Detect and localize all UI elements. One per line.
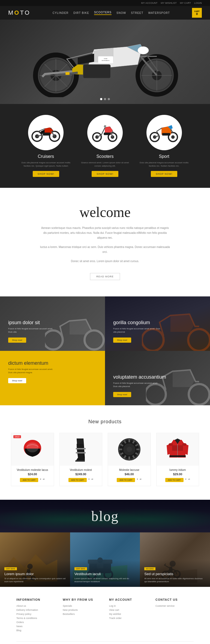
footer-link-specials[interactable]: Specials bbox=[63, 605, 101, 607]
category-sport-desc: Duis ulla placerat magna accumsan acusse… bbox=[140, 161, 189, 168]
footer-link-about[interactable]: About us bbox=[16, 605, 55, 607]
wishlist-4[interactable]: ♥ bbox=[185, 478, 187, 482]
footer-link-newproducts[interactable]: New products bbox=[63, 609, 101, 611]
promo-title-1: ipsum dolor sit bbox=[8, 320, 57, 326]
nav-item-cylinder[interactable]: CYLINDER bbox=[53, 11, 69, 14]
main-nav: CYLINDER DIRT BIKE SCOOTERS SNOW STREET … bbox=[53, 11, 170, 15]
hero-dot-2[interactable] bbox=[104, 98, 106, 100]
promo-btn-1[interactable]: Shop now! bbox=[8, 338, 26, 343]
nav-item-snow[interactable]: SNOW bbox=[116, 11, 126, 14]
product-img-3 bbox=[108, 433, 151, 466]
wishlist-3[interactable]: ♥ bbox=[137, 478, 138, 482]
product-actions-2: ADD TO CART ♥ ⇄ bbox=[60, 478, 102, 482]
promo-item-1: ipsum dolor sit Fusce et felis feugiat a… bbox=[0, 296, 105, 351]
category-scooters-image bbox=[87, 115, 123, 150]
product-card-1: SALE Vestibulum molestie lacus $24.00 AD… bbox=[11, 433, 54, 486]
welcome-body1: Aenean scelerisque risus mauris. Phasell… bbox=[40, 226, 170, 240]
category-scooters-desc: Graeco elemod amet. Lorem ipsum dolor si… bbox=[80, 161, 130, 168]
svg-rect-57 bbox=[136, 449, 140, 450]
promo-content-1: ipsum dolor sit Fusce et felis feugiat a… bbox=[8, 320, 57, 343]
logo[interactable]: MOTO bbox=[8, 9, 31, 16]
blog-post-title-2: Vestibulum iaculi bbox=[74, 572, 136, 576]
add-to-cart-2[interactable]: ADD TO CART bbox=[68, 478, 87, 482]
new-products-title: New products bbox=[11, 419, 199, 425]
svg-text:INSTRUMENTS: INSTRUMENTS bbox=[102, 60, 110, 61]
footer-link-viewcart[interactable]: View cart bbox=[109, 609, 147, 611]
topbar-link-login[interactable]: LOGIN bbox=[194, 2, 202, 4]
promo-btn-2[interactable]: Shop now! bbox=[113, 338, 131, 343]
footer-col-information: Information About us Delivery informatio… bbox=[16, 598, 55, 633]
product-badge-1: SALE bbox=[13, 435, 21, 438]
nav-item-street[interactable]: STREET bbox=[131, 11, 143, 14]
read-more-button[interactable]: Read More bbox=[90, 273, 120, 280]
footer-link-orders[interactable]: Orders bbox=[16, 621, 55, 624]
footer-link-trackorder[interactable]: Track order bbox=[109, 617, 147, 620]
category-cruisers-btn[interactable]: Shop now! bbox=[33, 171, 59, 177]
promo-title-3: dictum elementum bbox=[8, 360, 57, 366]
blog-post-3[interactable]: MX BIKE Sed ut perspiciatis At vero eos … bbox=[140, 532, 210, 587]
new-products-section: New products SALE Vestibulum molestie la… bbox=[0, 405, 210, 500]
blog-post-2[interactable]: DIRT BIKE Vestibulum iaculi Lorem ipsum … bbox=[70, 532, 140, 587]
footer-link-customerservice[interactable]: Customer service bbox=[155, 605, 194, 607]
compare-2[interactable]: ⇄ bbox=[91, 478, 93, 482]
svg-point-69 bbox=[182, 443, 187, 446]
category-cruisers-image bbox=[28, 115, 64, 150]
topbar-link-wishlist[interactable]: MY WISHLIST bbox=[161, 2, 176, 4]
add-to-cart-4[interactable]: ADD TO CART bbox=[165, 478, 184, 482]
footer-link-bestsellers[interactable]: Bestsellers bbox=[63, 613, 101, 615]
products-grid: SALE Vestibulum molestie lacus $24.00 AD… bbox=[11, 433, 199, 486]
category-scooters-btn[interactable]: Shop now! bbox=[92, 171, 118, 177]
svg-rect-38 bbox=[162, 133, 170, 136]
top-bar: MY ACCOUNT MY WISHLIST MY CART LOGIN bbox=[0, 0, 210, 6]
footer-link-login[interactable]: Log in bbox=[109, 605, 147, 607]
svg-rect-60 bbox=[128, 456, 130, 460]
svg-rect-63 bbox=[119, 449, 122, 450]
svg-point-66 bbox=[127, 447, 132, 452]
footer-link-delivery[interactable]: Delivery information bbox=[16, 609, 55, 611]
product-name-4: Iummy iridum bbox=[157, 468, 199, 471]
footer-link-mywishlist[interactable]: My wishlist bbox=[109, 613, 147, 615]
footer-link-terms[interactable]: Terms & conditions bbox=[16, 617, 55, 620]
svg-text:TEXAS: TEXAS bbox=[104, 58, 107, 59]
category-cruisers-desc: Duis ulla placerat magna accumsan acusse… bbox=[21, 161, 70, 168]
wishlist-1[interactable]: ♥ bbox=[40, 478, 41, 482]
nav-item-dirtbike[interactable]: DIRT BIKE bbox=[73, 11, 89, 14]
cart-button[interactable]: CART 0 bbox=[192, 8, 202, 18]
add-to-cart-3[interactable]: ADD TO CART bbox=[117, 478, 135, 482]
product-card-3: Molestie laccuse $46.00 ADD TO CART ♥ ⇄ bbox=[108, 433, 151, 486]
wishlist-2[interactable]: ♥ bbox=[88, 478, 90, 482]
blog-post-1[interactable]: DIRT BIKE Lorem ipsum dolor Si ut aliqui… bbox=[0, 532, 70, 587]
promo-btn-3[interactable]: Shop now! bbox=[8, 378, 26, 383]
product-actions-1: ADD TO CART ♥ ⇄ bbox=[11, 478, 54, 482]
svg-point-44 bbox=[189, 384, 209, 405]
footer-col-account: my account Log in View cart My wishlist … bbox=[109, 598, 147, 633]
product-price-2: $249.00 bbox=[60, 473, 102, 476]
svg-point-42 bbox=[188, 329, 210, 351]
topbar-link-cart[interactable]: MY CART bbox=[180, 2, 191, 4]
footer-col-contact: contact us Customer service bbox=[155, 598, 194, 633]
footer-link-blog[interactable]: Blog bbox=[16, 629, 55, 632]
footer-link-news[interactable]: News bbox=[16, 625, 55, 628]
topbar-link-account[interactable]: MY ACCOUNT bbox=[141, 2, 158, 4]
categories-section: Cruisers Duis ulla placerat magna accums… bbox=[0, 104, 210, 188]
svg-line-9 bbox=[44, 75, 56, 87]
compare-3[interactable]: ⇄ bbox=[140, 478, 142, 482]
footer-col-title-4: contact us bbox=[155, 598, 194, 601]
category-sport-btn[interactable]: Shop now! bbox=[151, 171, 177, 177]
product-price-1: $24.00 bbox=[11, 473, 54, 476]
nav-item-watersport[interactable]: WATERSPORT bbox=[148, 11, 170, 14]
add-to-cart-1[interactable]: ADD TO CART bbox=[20, 478, 38, 482]
hero-dot-1[interactable] bbox=[100, 98, 102, 100]
footer-link-privacy[interactable]: Privacy policy bbox=[16, 613, 55, 615]
promo-btn-4[interactable]: Shop now! bbox=[113, 392, 131, 397]
svg-point-68 bbox=[169, 443, 173, 446]
compare-4[interactable]: ⇄ bbox=[188, 478, 190, 482]
hero-dot-3[interactable] bbox=[108, 98, 110, 100]
blog-post-badge-2: DIRT BIKE bbox=[74, 567, 87, 570]
svg-rect-33 bbox=[104, 133, 111, 135]
promo-content-4: voluptatem accusantium Fusce et felis fe… bbox=[113, 374, 166, 397]
nav-item-scooters[interactable]: SCOOTERS bbox=[94, 11, 112, 15]
compare-1[interactable]: ⇄ bbox=[43, 478, 45, 482]
footer: Information About us Delivery informatio… bbox=[0, 587, 210, 644]
promo-desc-1: Fusce et felis feugiat accumsan acusset … bbox=[8, 327, 57, 334]
